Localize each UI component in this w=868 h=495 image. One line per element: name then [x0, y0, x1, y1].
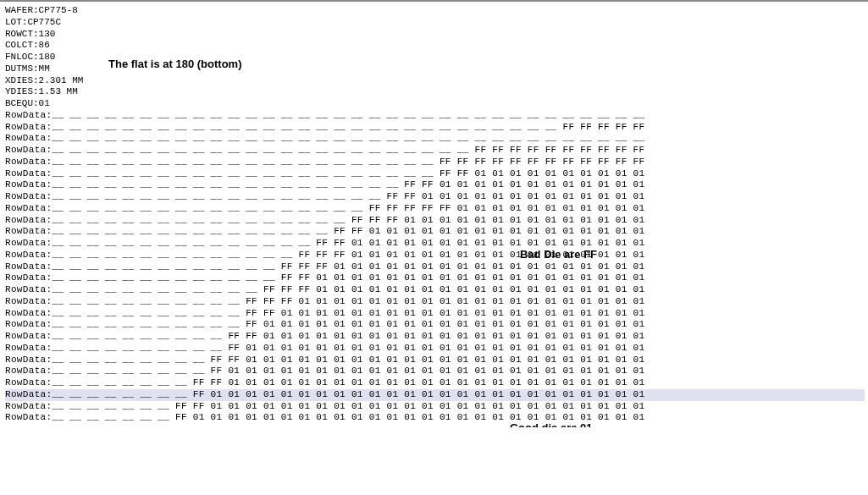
wafer-row: RowData:__ __ __ __ __ __ __ __ __ __ __…	[5, 272, 865, 284]
header-xdies: XDIES:2.301 MM	[5, 75, 865, 87]
wafer-row: RowData:__ __ __ __ __ __ __ __ __ FF FF…	[5, 355, 865, 366]
wafer-row: RowData:__ __ __ __ __ __ __ __ __ __ __…	[5, 308, 865, 320]
wafer-row: RowData:__ __ __ __ __ __ __ FF FF 01 01…	[5, 401, 865, 413]
wafer-row: RowData:__ __ __ __ __ __ __ __ __ __ __…	[5, 296, 865, 308]
wafer-row: RowData:__ __ __ __ __ __ __ __ __ __ FF…	[5, 331, 865, 343]
header-lot: LOT:CP775C	[5, 17, 865, 29]
header-rowct: ROWCT:130	[5, 29, 865, 41]
header-wafer: WAFER:CP775-8	[5, 5, 865, 17]
wafer-row: RowData:__ __ __ __ __ __ __ __ __ __ __…	[5, 145, 865, 157]
annotation-bad-die: Bad Die are FF	[520, 248, 597, 261]
header-bcequ: BCEQU:01	[5, 98, 865, 110]
wafer-row: RowData:__ __ __ __ __ __ __ __ FF FF 01…	[5, 377, 865, 389]
wafer-row: RowData:__ __ __ __ __ __ __ __ FF 01 01…	[5, 389, 865, 401]
wafer-row: RowData:__ __ __ __ __ __ __ __ __ __ FF…	[5, 343, 865, 355]
wafer-row: RowData:__ __ __ __ __ __ __ __ __ __ __…	[5, 284, 865, 296]
header-ydies: YDIES:1.53 MM	[5, 86, 865, 98]
wafer-row: RowData:__ __ __ __ __ __ __ __ __ __ __…	[5, 215, 865, 227]
wafer-rows: RowData:__ __ __ __ __ __ __ __ __ __ __…	[5, 110, 865, 424]
wafer-row: RowData:__ __ __ __ __ __ __ __ __ FF 01…	[5, 366, 865, 377]
wafer-row: RowData:__ __ __ __ __ __ __ __ __ __ __…	[5, 238, 865, 250]
wafer-row: RowData:__ __ __ __ __ __ __ __ __ __ __…	[5, 133, 865, 145]
wafer-row: RowData:__ __ __ __ __ __ __ __ __ __ __…	[5, 191, 865, 203]
wafer-row: RowData:__ __ __ __ __ __ __ __ __ __ __…	[5, 122, 865, 134]
wafer-row: RowData:__ __ __ __ __ __ __ __ __ __ __…	[5, 226, 865, 238]
wafer-row: RowData:__ __ __ __ __ __ __ __ __ __ __…	[5, 261, 865, 273]
wafer-row: RowData:__ __ __ __ __ __ __ __ __ __ __…	[5, 110, 865, 122]
wafer-row: RowData:__ __ __ __ __ __ __ __ __ __ __…	[5, 179, 865, 191]
wafer-row: RowData:__ __ __ __ __ __ __ __ __ __ __…	[5, 157, 865, 168]
annotation-flat: The flat is at 180 (bottom)	[108, 58, 241, 71]
wafer-row: RowData:__ __ __ __ __ __ __ __ __ __ __…	[5, 203, 865, 215]
wafer-row: RowData:__ __ __ __ __ __ __ FF 01 01 01…	[5, 412, 865, 424]
wafer-row: RowData:__ __ __ __ __ __ __ __ __ __ __…	[5, 250, 865, 261]
wafer-row: RowData:__ __ __ __ __ __ __ __ __ __ __…	[5, 319, 865, 331]
wafer-row: RowData:__ __ __ __ __ __ __ __ __ __ __…	[5, 168, 865, 180]
annotation-good-die: Good die are 01	[510, 421, 593, 427]
header-colct: COLCT:86	[5, 40, 865, 52]
